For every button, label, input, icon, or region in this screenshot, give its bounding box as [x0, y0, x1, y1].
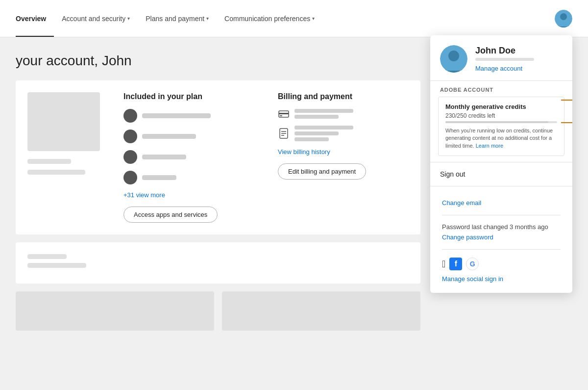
credits-bar-container [445, 121, 557, 123]
plan-item-3 [123, 150, 254, 164]
nav-comm-prefs-label: Communication preferences [224, 15, 310, 23]
plan-bar-3 [142, 155, 186, 159]
nav-account-security-label: Account and security [62, 15, 125, 23]
rp-divider-2 [442, 249, 561, 250]
plan-item-4 [123, 171, 254, 184]
credits-title: Monthly generative credits [445, 103, 557, 110]
plan-bar-4 [142, 175, 176, 180]
manage-account-link[interactable]: Manage account [475, 65, 522, 72]
view-more-link[interactable]: +31 view more [123, 191, 254, 199]
popup-section-label: ADOBE ACCOUNT [430, 83, 572, 95]
popup-avatar [440, 45, 467, 73]
credits-count: 230/250 credits left [445, 112, 557, 119]
edit-billing-button[interactable]: Edit billing and payment [278, 163, 366, 180]
change-password-link[interactable]: Change password [442, 234, 493, 241]
page-title: your account, John [16, 53, 420, 69]
change-email-link[interactable]: Change email [442, 199, 481, 207]
popup-header: John Doe Manage account [430, 35, 572, 78]
credits-bar-fill [445, 121, 548, 123]
rp-divider-1 [442, 215, 561, 215]
password-section: Password last changed 3 months ago Chang… [442, 223, 561, 241]
popup-divider-1 [430, 80, 572, 81]
bottom-card-left [16, 291, 214, 331]
top-nav: Overview Account and security ▾ Plans an… [0, 0, 588, 37]
access-apps-button[interactable]: Access apps and services [123, 207, 218, 223]
svg-point-11 [448, 51, 459, 61]
skeleton-bar-sm-1 [27, 254, 67, 259]
second-card [16, 242, 420, 284]
svg-point-1 [560, 13, 567, 20]
user-avatar-button[interactable] [555, 10, 572, 27]
popup-user-info: John Doe Manage account [475, 46, 563, 73]
apple-icon:  [442, 259, 445, 270]
bottom-row [16, 291, 420, 331]
svg-rect-4 [279, 113, 289, 114]
nav-plans-payment[interactable]: Plans and payment ▾ [138, 0, 217, 37]
billing-bar-1a [294, 109, 353, 113]
svg-rect-5 [280, 115, 282, 116]
plan-item-2 [123, 130, 254, 143]
popup-credits-box: Monthly generative credits 230/250 credi… [438, 97, 564, 156]
nav-comm-prefs[interactable]: Communication preferences ▾ [217, 0, 322, 37]
manage-social-link[interactable]: Manage social sign in [442, 275, 503, 283]
plan-bar-2 [142, 134, 196, 139]
plan-dot-1 [123, 109, 137, 123]
billing-bar-2a [294, 126, 353, 130]
billing-bar-1b [294, 115, 339, 119]
sign-out-button[interactable]: Sign out [430, 164, 572, 184]
learn-more-link[interactable]: Learn more [476, 143, 503, 149]
popup-divider-3 [430, 186, 572, 186]
facebook-icon: f [449, 258, 462, 270]
password-last-changed: Password last changed 3 months ago [442, 223, 561, 231]
popup-username: John Doe [475, 46, 563, 56]
billing-card-icon [278, 109, 290, 119]
card-main-content: Included in your plan [16, 80, 420, 234]
credits-desc: When you're running low on credits, cont… [445, 127, 557, 150]
popup-progress-bar [475, 58, 534, 61]
billing-bars-2 [294, 126, 353, 141]
right-panel-content: Change email Password last changed 3 mon… [430, 188, 572, 293]
plan-item-1 [123, 109, 254, 123]
plans-payment-chevron-icon: ▾ [206, 16, 209, 21]
left-sidebar-skeleton [27, 92, 100, 223]
view-billing-link[interactable]: View billing history [278, 148, 409, 156]
google-icon: G [466, 258, 479, 270]
plan-section: Included in your plan [123, 92, 254, 223]
billing-receipt-icon [278, 129, 290, 138]
nav-plans-payment-label: Plans and payment [146, 15, 204, 23]
plan-dot-4 [123, 171, 137, 184]
billing-section: Billing and payment [278, 92, 409, 223]
skeleton-bar-md-1 [27, 263, 86, 268]
comm-prefs-chevron-icon: ▾ [312, 16, 315, 21]
nav-overview[interactable]: Overview [16, 0, 54, 37]
billing-row-2 [278, 126, 409, 141]
nav-account-security[interactable]: Account and security ▾ [54, 0, 138, 37]
account-security-chevron-icon: ▾ [127, 16, 130, 21]
social-icons-row:  f G [442, 258, 561, 270]
content-area: your account, John Included in your plan [16, 53, 420, 331]
plan-section-title: Included in your plan [123, 92, 254, 101]
bottom-card-right [222, 291, 420, 331]
billing-bars-1 [294, 109, 353, 119]
billing-section-title: Billing and payment [278, 92, 409, 101]
nav-overview-label: Overview [16, 15, 46, 23]
popup-divider-2 [430, 162, 572, 162]
billing-bar-2b [294, 131, 339, 135]
billing-bar-2c [294, 137, 329, 141]
plan-dot-2 [123, 130, 137, 143]
plan-dot-3 [123, 150, 137, 164]
billing-row-1 [278, 109, 409, 119]
main-card: Included in your plan [16, 80, 420, 234]
user-dropdown-popup: John Doe Manage account ADOBE ACCOUNT Mo… [430, 35, 572, 293]
plan-bar-1 [142, 113, 211, 118]
